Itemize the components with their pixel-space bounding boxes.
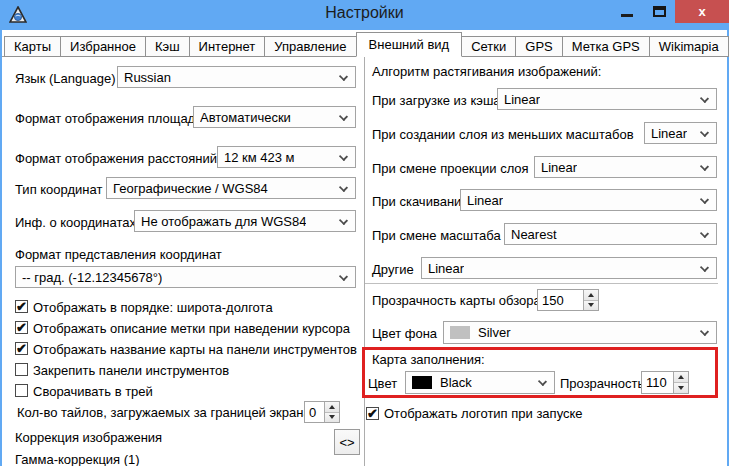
select-value: Russian (124, 70, 171, 85)
select-value: Black (440, 375, 472, 390)
tab-wikimapia[interactable]: Wikimapia (649, 36, 729, 57)
chevron-down-icon (700, 94, 709, 103)
cache-load-select[interactable]: Linear (497, 88, 717, 110)
show-logo-label: Отображать логотип при запуске (384, 406, 583, 421)
color-swatch (412, 376, 432, 389)
coord-type-label: Тип координат (15, 182, 102, 197)
overview-transparency-label: Прозрачность карты обзора (372, 293, 541, 308)
tab-favorites[interactable]: Избранное (60, 36, 146, 57)
tab-gps-mark[interactable]: Метка GPS (562, 36, 650, 57)
select-value: Linear (541, 160, 577, 175)
spin-up-icon[interactable] (325, 402, 339, 412)
select-value: Географические / WGS84 (113, 181, 268, 196)
spin-up-icon[interactable] (584, 290, 598, 300)
spinner-value: 0 (305, 402, 324, 422)
coord-info-select[interactable]: Не отображать для WGS84 (134, 210, 356, 232)
distance-format-select[interactable]: 12 км 423 м (217, 146, 356, 168)
spin-down-icon[interactable] (325, 412, 339, 423)
chevron-down-icon (700, 263, 709, 272)
panel-divider (364, 57, 365, 466)
minimize-button[interactable] (611, 0, 643, 23)
maximize-icon (653, 6, 666, 17)
stretch-section-divider (365, 283, 718, 284)
lock-toolbars-label: Закрепить панели инструментов (33, 363, 229, 378)
tab-appearance[interactable]: Внешний вид (356, 32, 463, 57)
distance-format-label: Формат отображения расстояний (15, 151, 217, 166)
download-select[interactable]: Linear (460, 189, 717, 211)
window-border-left (0, 30, 2, 466)
map-name-toolbar-checkbox[interactable] (15, 342, 28, 355)
tab-internet[interactable]: Интернет (189, 36, 266, 57)
order-lat-lon-checkbox[interactable] (15, 300, 28, 313)
stretch-algorithm-header: Алгоритм растягивания изображений: (372, 64, 601, 79)
bg-color-select[interactable]: Silver (443, 321, 717, 344)
select-value: Silver (478, 325, 511, 340)
image-correction-button-label: <> (339, 435, 354, 450)
map-name-toolbar-label: Отображать название карты на панели инст… (33, 342, 357, 357)
area-format-label: Формат отображения площади (15, 111, 202, 126)
minimize-icon (621, 14, 633, 17)
minimize-to-tray-label: Сворачивать в трей (33, 384, 153, 399)
chevron-down-icon (700, 195, 709, 204)
scale-change-select[interactable]: Nearest (504, 223, 717, 245)
lock-toolbars-checkbox[interactable] (15, 363, 28, 376)
layer-from-smaller-select[interactable]: Linear (644, 122, 717, 144)
tiles-beyond-screen-label: Кол-во тайлов, загружаемых за границей э… (17, 405, 311, 420)
fill-transparency-spinner[interactable]: 110 (641, 371, 689, 394)
spin-up-icon[interactable] (674, 372, 688, 382)
tab-maps[interactable]: Карты (4, 36, 61, 57)
mark-hint-label: Отображать описание метки при наведении … (33, 321, 350, 336)
chevron-down-icon (339, 183, 348, 192)
spinner-value: 150 (538, 290, 583, 310)
image-correction-button[interactable]: <> (334, 429, 360, 455)
spin-down-icon[interactable] (674, 382, 688, 393)
fill-map-header: Карта заполнения: (372, 352, 485, 367)
language-select[interactable]: Russian (117, 66, 356, 88)
select-value: Nearest (511, 227, 557, 242)
select-value: Linear (467, 193, 503, 208)
image-correction-label: Коррекция изображения (15, 430, 162, 445)
titlebar[interactable]: Настройки x (0, 0, 729, 30)
projection-change-select[interactable]: Linear (534, 156, 717, 178)
chevron-down-icon (700, 128, 709, 137)
close-icon: x (698, 4, 705, 19)
coord-type-select[interactable]: Географические / WGS84 (106, 177, 356, 199)
select-value: Не отображать для WGS84 (141, 214, 306, 229)
overview-transparency-spinner[interactable]: 150 (537, 289, 599, 311)
color-swatch (450, 326, 470, 339)
show-logo-checkbox[interactable] (366, 407, 379, 420)
spin-down-icon[interactable] (584, 300, 598, 311)
maximize-button[interactable] (643, 0, 675, 23)
tab-cache[interactable]: Кэш (145, 36, 190, 57)
others-select[interactable]: Linear (421, 257, 717, 279)
area-format-select[interactable]: Автоматически (193, 106, 356, 128)
tab-bar: Карты Избранное Кэш Интернет Управление … (4, 32, 729, 57)
chevron-down-icon (339, 272, 348, 281)
tab-grids[interactable]: Сетки (461, 36, 516, 57)
fill-color-select[interactable]: Black (405, 371, 555, 394)
coord-format-label: Формат представления координат (15, 247, 222, 262)
cache-load-label: При загрузке из кэша (372, 93, 501, 108)
spinner-value: 110 (642, 372, 673, 393)
gamma-correction-label: Гамма-коррекция (1) (15, 452, 140, 466)
chevron-down-icon (538, 377, 547, 386)
chevron-down-icon (339, 72, 348, 81)
minimize-to-tray-checkbox[interactable] (15, 384, 28, 397)
settings-window: Настройки x Карты Избранное Кэш Интернет… (0, 0, 729, 466)
fill-transparency-label: Прозрачность (560, 376, 644, 391)
order-lat-lon-label: Отображать в порядке: широта-долгота (33, 300, 273, 315)
others-label: Другие (372, 262, 414, 277)
tab-control[interactable]: Управление (264, 36, 356, 57)
mark-hint-checkbox[interactable] (15, 321, 28, 334)
tiles-beyond-screen-spinner[interactable]: 0 (304, 401, 340, 423)
select-value: 12 км 423 м (224, 150, 295, 165)
coord-format-select[interactable]: -- град. (-12.12345678°) (15, 266, 356, 288)
chevron-down-icon (339, 112, 348, 121)
chevron-down-icon (700, 162, 709, 171)
select-value: Linear (428, 261, 464, 276)
coord-info-label: Инф. о координатах (15, 215, 136, 230)
tab-gps[interactable]: GPS (515, 36, 562, 57)
projection-change-label: При смене проекции слоя (372, 161, 529, 176)
close-button[interactable]: x (675, 0, 729, 23)
select-value: Linear (651, 126, 687, 141)
